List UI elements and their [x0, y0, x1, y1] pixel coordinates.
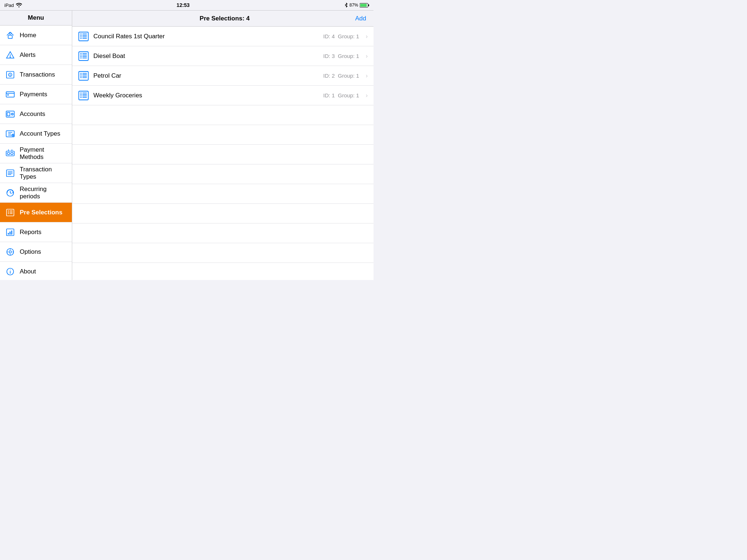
home-label: Home: [20, 32, 36, 39]
svg-text:$: $: [9, 73, 11, 76]
svg-point-42: [9, 250, 12, 253]
options-label: Options: [20, 248, 41, 256]
svg-point-6: [10, 57, 11, 57]
sidebar-item-about[interactable]: About: [0, 262, 72, 280]
pre-selection-icon: [78, 70, 89, 81]
alerts-icon: [5, 50, 15, 60]
add-button[interactable]: Add: [355, 15, 366, 22]
status-left: iPad: [4, 3, 22, 8]
svg-rect-39: [9, 232, 11, 234]
reports-label: Reports: [20, 229, 42, 236]
svg-point-21: [11, 152, 13, 155]
row-meta: ID: 1 Group: 1: [323, 92, 359, 98]
battery-icon: [360, 3, 369, 8]
wifi-icon: [16, 3, 22, 7]
accounts-label: Accounts: [20, 110, 45, 118]
reports-icon: [5, 227, 15, 237]
sidebar-item-reports[interactable]: Reports: [0, 222, 72, 242]
bluetooth-icon: [344, 3, 348, 8]
pre-selections-icon: [5, 207, 15, 218]
empty-row: [72, 125, 374, 145]
account-types-icon: [5, 129, 15, 139]
pre-selections-label: Pre Selections: [20, 209, 62, 216]
list-container: Council Rates 1st Quarter ID: 4 Group: 1…: [72, 27, 374, 280]
sidebar-item-alerts[interactable]: Alerts: [0, 45, 72, 65]
svg-rect-38: [8, 233, 9, 234]
account-types-label: Account Types: [20, 130, 60, 137]
payment-methods-label: Payment Methods: [20, 146, 67, 161]
svg-rect-83: [79, 91, 88, 100]
row-name: Council Rates 1st Quarter: [93, 33, 319, 40]
transactions-icon: $: [5, 70, 15, 80]
payment-methods-icon: [5, 148, 15, 159]
empty-row: [72, 145, 374, 164]
sidebar-item-recurring-periods[interactable]: Recurring periods: [0, 183, 72, 203]
svg-point-49: [10, 269, 11, 270]
main-header: Pre Selections: 4 Add: [72, 11, 374, 27]
svg-point-22: [7, 152, 10, 155]
sidebar-item-accounts[interactable]: $ Accounts: [0, 104, 72, 124]
list-item[interactable]: Petrol Car ID: 2 Group: 1 ›: [72, 66, 374, 86]
svg-rect-65: [79, 52, 88, 61]
recurring-icon: [5, 188, 15, 198]
empty-row: [72, 243, 374, 263]
empty-row: [72, 204, 374, 223]
row-meta: ID: 3 Group: 1: [323, 53, 359, 59]
about-icon: [5, 267, 15, 277]
options-icon: [5, 247, 15, 257]
transactions-label: Transactions: [20, 71, 55, 78]
svg-rect-56: [79, 32, 88, 41]
app-container: Menu Home Alerts: [0, 10, 374, 280]
sidebar-item-payment-methods[interactable]: Payment Methods: [0, 144, 72, 163]
main-title: Pre Selections: 4: [94, 15, 355, 22]
sidebar: Menu Home Alerts: [0, 11, 72, 280]
about-label: About: [20, 268, 36, 275]
list-item[interactable]: Council Rates 1st Quarter ID: 4 Group: 1…: [72, 27, 374, 46]
payments-icon: [5, 89, 15, 100]
svg-rect-3: [8, 35, 12, 38]
svg-rect-14: [7, 112, 10, 116]
sidebar-item-transaction-types[interactable]: Transaction Types: [0, 163, 72, 183]
svg-text:$: $: [12, 113, 13, 115]
list-item[interactable]: Diesel Boat ID: 3 Group: 1 ›: [72, 46, 374, 66]
svg-rect-74: [79, 71, 88, 80]
row-name: Petrol Car: [93, 72, 319, 79]
main-content: Pre Selections: 4 Add: [72, 11, 374, 280]
transaction-types-icon: [5, 168, 15, 178]
chevron-right-icon: ›: [366, 53, 368, 59]
battery-percent: 87%: [349, 3, 358, 8]
sidebar-item-home[interactable]: Home: [0, 26, 72, 45]
pre-selection-icon: [78, 90, 89, 101]
sidebar-item-options[interactable]: Options: [0, 242, 72, 262]
empty-row: [72, 164, 374, 184]
alerts-label: Alerts: [20, 51, 35, 59]
accounts-icon: $: [5, 109, 15, 119]
svg-rect-30: [7, 209, 14, 216]
chevron-right-icon: ›: [366, 73, 368, 79]
sidebar-item-pre-selections[interactable]: Pre Selections: [0, 203, 72, 222]
list-item[interactable]: Weekly Groceries ID: 1 Group: 1 ›: [72, 86, 374, 105]
status-time: 12:53: [177, 2, 190, 8]
empty-row: [72, 105, 374, 125]
transaction-types-label: Transaction Types: [20, 166, 67, 180]
sidebar-header: Menu: [0, 11, 72, 26]
svg-rect-40: [11, 230, 12, 234]
empty-row: [72, 223, 374, 243]
svg-rect-2: [360, 4, 367, 7]
chevron-right-icon: ›: [366, 92, 368, 99]
row-meta: ID: 4 Group: 1: [323, 33, 359, 39]
sidebar-item-account-types[interactable]: Account Types: [0, 124, 72, 144]
payments-label: Payments: [20, 91, 47, 98]
home-icon: [5, 30, 15, 40]
row-name: Weekly Groceries: [93, 92, 319, 99]
sidebar-item-transactions[interactable]: $ Transactions: [0, 65, 72, 85]
device-label: iPad: [4, 3, 14, 8]
recurring-periods-label: Recurring periods: [20, 186, 67, 200]
status-right: 87%: [344, 3, 369, 8]
pre-selection-icon: [78, 31, 89, 42]
sidebar-item-payments[interactable]: Payments: [0, 85, 72, 104]
svg-line-19: [12, 135, 13, 135]
empty-row: [72, 184, 374, 204]
svg-rect-1: [368, 4, 369, 6]
chevron-right-icon: ›: [366, 33, 368, 40]
